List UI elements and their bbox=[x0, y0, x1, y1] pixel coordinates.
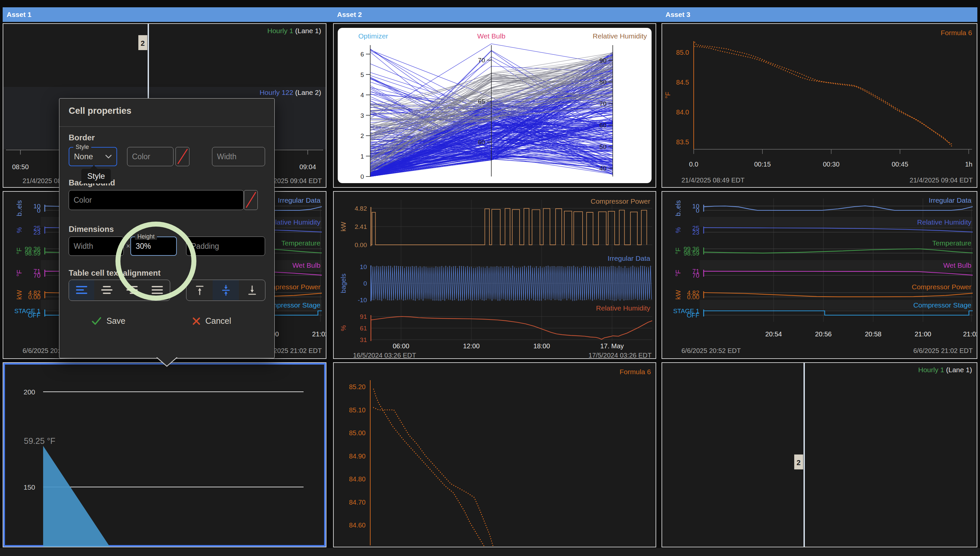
alignment-heading: Table cell text alignment bbox=[69, 268, 161, 278]
x-tick-label: 18:00 bbox=[533, 343, 550, 350]
border-width-input[interactable] bbox=[212, 147, 265, 166]
y-tick-label: 85.10 bbox=[349, 406, 366, 414]
tab-asset-3[interactable]: Asset 3 bbox=[662, 7, 977, 22]
y-tick-label: 85.00 bbox=[349, 429, 366, 436]
lane-series-line bbox=[704, 293, 973, 297]
date-range-start: 6/6/2025 20:52 EDT bbox=[681, 347, 741, 354]
y-tick-label: 0.00 bbox=[28, 294, 40, 301]
asset3-row3-chart: 2Hourly 1 (Lane 1) bbox=[662, 363, 977, 547]
y-tick-label: 84.5 bbox=[676, 79, 689, 86]
lane-unit: °F bbox=[675, 270, 682, 276]
lane-unit: bagels bbox=[340, 274, 347, 293]
axis-tick-label: 70 bbox=[478, 57, 485, 64]
align-center-icon bbox=[101, 286, 113, 295]
axis-tick-label: 90 bbox=[599, 57, 607, 64]
x-tick-label: 21:02 bbox=[312, 330, 326, 338]
axis-tick-label: 0 bbox=[360, 173, 364, 180]
tab-asset-2[interactable]: Asset 2 bbox=[334, 7, 656, 22]
y-tick-label: 0 bbox=[696, 207, 699, 214]
x-tick-label: 0.0 bbox=[689, 160, 698, 168]
asset3-row2-chart: 100b..elsIrregular Data2523%Relative Hum… bbox=[662, 192, 977, 358]
axis-tick-label: 2 bbox=[360, 133, 364, 139]
lane-series-line bbox=[704, 206, 973, 211]
lane-title: Wet Bulb bbox=[943, 262, 971, 269]
tab-asset-1[interactable]: Asset 1 bbox=[3, 7, 326, 22]
cell-properties-dialog: Cell properties Border Style None Style … bbox=[59, 98, 275, 358]
dotted-series bbox=[695, 42, 952, 144]
align-center-button[interactable] bbox=[94, 280, 119, 300]
dialog-pointer bbox=[156, 357, 178, 367]
align-left-icon bbox=[76, 286, 87, 295]
cell-asset2-row3[interactable]: Formula 685.2085.1085.0084.9084.8084.708… bbox=[333, 362, 656, 547]
lane-title: Irregular Data bbox=[608, 254, 651, 262]
cancel-button[interactable]: Cancel bbox=[192, 316, 231, 326]
lane-unit: °F bbox=[16, 247, 23, 254]
dotted-series bbox=[373, 408, 494, 547]
border-color-input[interactable] bbox=[128, 147, 173, 166]
lane-title: Compressor Stage bbox=[913, 301, 971, 309]
align-justify-button[interactable] bbox=[145, 280, 170, 300]
valign-top-button[interactable] bbox=[186, 280, 213, 300]
cell-asset2-row1[interactable]: 0123456Optimizer606570Wet Bulb4050607080… bbox=[333, 23, 656, 188]
axis-name-label: Optimizer bbox=[358, 32, 388, 40]
y-tick-label: 70 bbox=[693, 272, 699, 279]
cell-asset1-row3[interactable]: 20015059.25 °F bbox=[3, 362, 326, 547]
cell-asset3-row3[interactable]: 2Hourly 1 (Lane 1) bbox=[662, 362, 977, 547]
cell-asset3-row2[interactable]: 100b..elsIrregular Data2523%Relative Hum… bbox=[662, 191, 977, 359]
valign-middle-button[interactable] bbox=[213, 280, 239, 300]
align-left-button[interactable] bbox=[69, 280, 94, 300]
axis-tick-label: 40 bbox=[599, 165, 607, 172]
y-tick-label: 0.00 bbox=[355, 241, 367, 249]
asset2-row1-chart: 0123456Optimizer606570Wet Bulb4050607080… bbox=[334, 24, 655, 187]
border-color-swatch[interactable] bbox=[176, 147, 189, 166]
valign-top-icon bbox=[195, 285, 204, 296]
y-tick-label: OFF bbox=[687, 312, 699, 319]
y-axis-unit: °F bbox=[664, 92, 672, 99]
border-style-select[interactable]: Style None bbox=[69, 147, 117, 166]
y-tick-label: 0 bbox=[363, 280, 367, 287]
cancel-label: Cancel bbox=[205, 316, 231, 326]
lane-unit: % bbox=[675, 227, 682, 233]
asset2-row3-chart: Formula 685.2085.1085.0084.9084.8084.708… bbox=[334, 363, 655, 547]
series-title: Formula 6 bbox=[619, 368, 651, 375]
save-button[interactable]: Save bbox=[91, 316, 125, 326]
y-tick-label: 84.80 bbox=[349, 475, 366, 483]
x-tick-label: 21:02 bbox=[963, 330, 977, 338]
y-tick-label: 31 bbox=[360, 336, 367, 343]
axis-tick-label: 1 bbox=[360, 153, 364, 160]
background-color-input[interactable] bbox=[69, 191, 244, 210]
valign-bottom-button[interactable] bbox=[239, 280, 265, 300]
cursor-badge-label: 2 bbox=[140, 39, 145, 47]
y-tick-label: -10 bbox=[358, 297, 367, 304]
align-right-button[interactable] bbox=[119, 280, 145, 300]
y-tick-label: 83.5 bbox=[676, 138, 689, 145]
cell-height-input[interactable] bbox=[131, 237, 176, 255]
x-tick-label: 21:00 bbox=[915, 330, 931, 338]
align-right-icon bbox=[126, 286, 138, 295]
y-tick-label: 98.59 bbox=[683, 250, 699, 257]
axis-name-label: Relative Humidity bbox=[593, 32, 647, 40]
cell-asset3-row1[interactable]: Formula 6°F85.084.584.083.50.000:1500:30… bbox=[662, 23, 977, 188]
lane-title: Irregular Data bbox=[929, 196, 972, 204]
bottom-strip bbox=[0, 548, 980, 556]
date-range-end: 6/6/2025 21:02 EDT bbox=[913, 347, 973, 354]
align-justify-icon bbox=[151, 286, 163, 295]
asset3-row1-chart: Formula 6°F85.084.584.083.50.000:1500:30… bbox=[662, 24, 977, 187]
y-tick-label: 84.60 bbox=[349, 522, 366, 529]
lane-title: Hourly 1 (Lane 1) bbox=[267, 27, 321, 34]
y-tick-label: 0.00 bbox=[687, 294, 699, 301]
cell-width-input[interactable] bbox=[69, 237, 123, 255]
lane-title: Hourly 122 (Lane 2) bbox=[260, 89, 321, 96]
background-color-swatch[interactable] bbox=[244, 190, 258, 210]
cell-asset2-row2[interactable]: 4.822.410.00kWCompressor Power100-10bage… bbox=[333, 191, 656, 359]
dotted-series bbox=[373, 389, 490, 547]
axis-name-label: Wet Bulb bbox=[477, 32, 505, 40]
y-tick-label: 23 bbox=[34, 229, 40, 236]
y-tick-label: 84.70 bbox=[349, 499, 366, 506]
y-tick-label: 61 bbox=[360, 325, 367, 332]
no-color-icon bbox=[176, 147, 189, 165]
x-tick-label: 08:50 bbox=[12, 163, 29, 171]
cell-padding-input[interactable] bbox=[186, 237, 265, 255]
cell-width-field bbox=[69, 236, 124, 256]
lane-title: Relative Humidity bbox=[596, 304, 651, 312]
